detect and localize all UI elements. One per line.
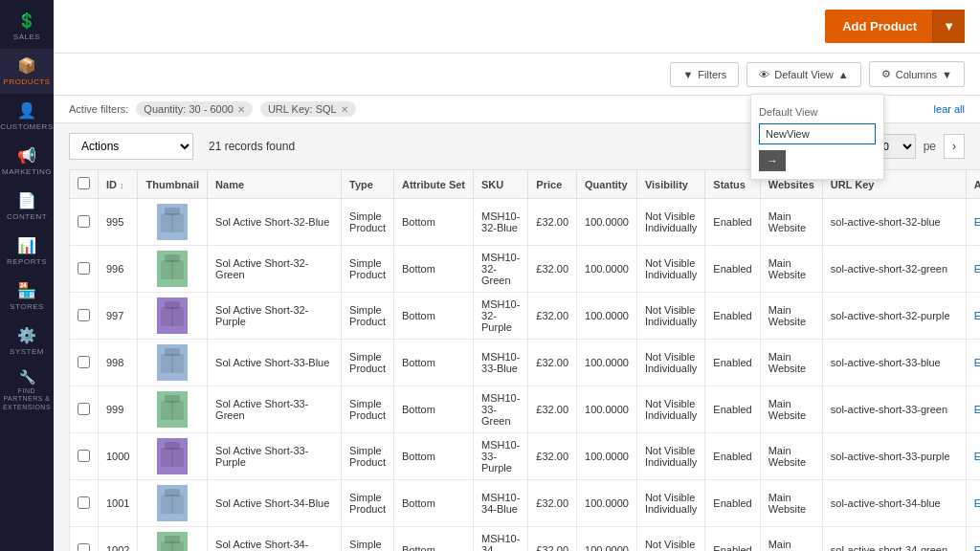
default-view-button[interactable]: 👁 Default View ▲ — [746, 62, 860, 87]
sidebar-label-content: CONTENT — [7, 212, 47, 221]
add-product-caret[interactable]: ▼ — [932, 10, 965, 43]
row-checkbox[interactable] — [78, 356, 90, 368]
row-checkbox[interactable] — [78, 215, 90, 228]
main-content: Add Product ▼ ▼ Filters 👁 Default View ▲… — [54, 0, 980, 551]
row-attribute-set: Bottom — [394, 246, 474, 293]
sidebar-item-sales[interactable]: 💲 SALES — [0, 4, 54, 49]
sort-icon-id: ↕ — [120, 181, 124, 190]
row-checkbox[interactable] — [78, 496, 90, 509]
row-attribute-set: Bottom — [394, 199, 474, 246]
row-checkbox-cell — [70, 246, 99, 293]
row-name: Sol Active Short-33-Green — [208, 386, 342, 433]
row-id: 996 — [99, 246, 138, 293]
row-checkbox[interactable] — [78, 262, 90, 275]
col-header-name[interactable]: Name — [208, 170, 342, 199]
next-page-button[interactable]: › — [944, 134, 965, 159]
sidebar-label-system: SYSTEM — [10, 347, 44, 356]
row-visibility: Not Visible Individually — [636, 480, 704, 527]
filters-button[interactable]: ▼ Filters — [670, 62, 739, 87]
sidebar-item-customers[interactable]: 👤 CUSTOMERS — [0, 94, 54, 139]
row-checkbox[interactable] — [78, 403, 90, 415]
filter-tag-quantity: Quantity: 30 - 6000 ✕ — [136, 101, 253, 117]
row-edit-button[interactable]: Edit — [966, 246, 980, 293]
row-edit-button[interactable]: Edit — [966, 433, 980, 480]
row-id: 995 — [99, 199, 138, 246]
row-website: Main Website — [760, 246, 822, 293]
row-website: Main Website — [760, 433, 822, 480]
select-all-header[interactable] — [70, 170, 99, 199]
col-header-type: Type — [342, 170, 394, 199]
row-edit-button[interactable]: Edit — [966, 293, 980, 340]
row-name: Sol Active Short-32-Blue — [208, 199, 342, 246]
row-edit-button[interactable]: Edit — [966, 199, 980, 246]
row-url-key: sol-active-short-32-blue — [822, 199, 966, 246]
clear-all-button[interactable]: lear all — [934, 103, 965, 115]
row-visibility: Not Visible Individually — [636, 199, 704, 246]
table-row: 995 Sol Active Short-32-Blue Simple Prod… — [70, 199, 981, 246]
row-id: 999 — [99, 386, 138, 433]
row-quantity: 100.0000 — [577, 199, 637, 246]
row-sku: MSH10-34-Green — [474, 527, 528, 552]
product-thumb-svg — [159, 346, 186, 379]
sidebar-item-reports[interactable]: 📊 REPORTS — [0, 229, 54, 274]
row-attribute-set: Bottom — [394, 527, 474, 552]
row-sku: MSH10-32-Purple — [474, 293, 528, 340]
col-header-id[interactable]: ID ↕ — [99, 170, 138, 199]
row-attribute-set: Bottom — [394, 340, 474, 386]
filter-quantity-text: Quantity: 30 - 6000 — [144, 103, 234, 115]
apply-view-button[interactable]: → — [759, 150, 786, 171]
actions-select[interactable]: Actions — [69, 133, 193, 160]
row-edit-button[interactable]: Edit — [966, 340, 980, 386]
select-all-checkbox[interactable] — [78, 177, 90, 189]
row-price: £32.00 — [528, 433, 577, 480]
sidebar-label-products: PRODUCTS — [4, 77, 51, 86]
product-thumb-svg — [159, 534, 186, 551]
row-website: Main Website — [760, 480, 822, 527]
records-count: 21 records found — [201, 140, 806, 153]
sidebar-item-system[interactable]: ⚙️ SYSTEM — [0, 319, 54, 364]
row-checkbox[interactable] — [78, 450, 90, 462]
row-checkbox[interactable] — [78, 543, 90, 552]
columns-caret-icon: ▼ — [942, 69, 952, 80]
table-row: 1000 Sol Active Short-33-Purple Simple P… — [70, 433, 981, 480]
content-icon: 📄 — [17, 191, 36, 209]
row-id: 997 — [99, 293, 138, 340]
sidebar-item-content[interactable]: 📄 CONTENT — [0, 184, 54, 229]
row-id: 998 — [99, 340, 138, 386]
row-type: Simple Product — [342, 386, 394, 433]
new-view-input[interactable] — [759, 123, 876, 144]
active-filters-label: Active filters: — [69, 103, 128, 115]
add-product-button[interactable]: Add Product ▼ — [825, 10, 965, 43]
col-header-action: Action — [966, 170, 980, 199]
row-website: Main Website — [760, 527, 822, 552]
row-visibility: Not Visible Individually — [636, 386, 704, 433]
filter-tag-url: URL Key: SQL ✕ — [260, 101, 356, 117]
row-price: £32.00 — [528, 386, 577, 433]
row-edit-button[interactable]: Edit — [966, 527, 980, 552]
filter-url-remove[interactable]: ✕ — [341, 104, 348, 115]
row-edit-button[interactable]: Edit — [966, 480, 980, 527]
col-header-visibility: Visibility — [636, 170, 704, 199]
sidebar-item-marketing[interactable]: 📢 MARKETING — [0, 139, 54, 184]
row-sku: MSH10-34-Blue — [474, 480, 528, 527]
col-header-attribute-set: Attribute Set — [394, 170, 474, 199]
row-checkbox[interactable] — [78, 309, 90, 321]
sidebar-item-products[interactable]: 📦 PRODUCTS — [0, 49, 54, 94]
row-url-key: sol-active-short-34-blue — [822, 480, 966, 527]
row-id: 1000 — [99, 433, 138, 480]
row-type: Simple Product — [342, 246, 394, 293]
row-type: Simple Product — [342, 293, 394, 340]
sidebar-label-reports: REPORTS — [7, 257, 47, 266]
row-website: Main Website — [760, 386, 822, 433]
table-row: 997 Sol Active Short-32-Purple Simple Pr… — [70, 293, 981, 340]
view-caret-icon: ▲ — [838, 69, 849, 80]
row-checkbox-cell — [70, 340, 99, 386]
filter-quantity-remove[interactable]: ✕ — [237, 104, 245, 115]
sidebar-item-stores[interactable]: 🏪 STORES — [0, 274, 54, 319]
reports-icon: 📊 — [17, 236, 36, 254]
columns-button[interactable]: ⚙ Columns ▼ — [869, 61, 965, 87]
system-icon: ⚙️ — [17, 326, 36, 344]
row-edit-button[interactable]: Edit — [966, 386, 980, 433]
filter-url-text: URL Key: SQL — [268, 103, 337, 115]
sidebar-item-extensions[interactable]: 🔧 FIND PARTNERS & EXTENSIONS — [0, 364, 54, 417]
